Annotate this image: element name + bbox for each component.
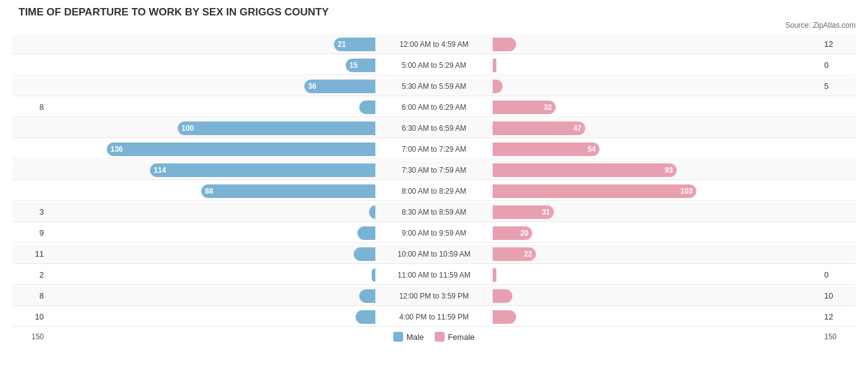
bars-wrapper: 21 12:00 AM to 4:59 AM — [46, 35, 822, 54]
right-value: 10 — [822, 291, 856, 300]
male-bar-wrap — [357, 226, 375, 240]
bars-wrapper: 15 5:00 AM to 5:29 AM — [46, 56, 822, 75]
male-bar — [357, 226, 375, 240]
male-bar-label: 136 — [111, 145, 123, 154]
time-label: 10:00 AM to 10:59 AM — [378, 250, 490, 258]
bars-wrapper: 8:30 AM to 8:59 AM 31 — [46, 202, 822, 221]
male-bar-wrap: 21 — [334, 38, 375, 51]
female-bar-wrap — [493, 310, 516, 324]
female-bar: 103 — [493, 184, 696, 198]
chart-row: 15 5:00 AM to 5:29 AM 0 — [12, 56, 856, 75]
time-label: 12:00 AM to 4:59 AM — [378, 40, 490, 49]
chart-row: 114 7:30 AM to 7:59 AM 93 — [12, 160, 856, 180]
bars-wrapper: 36 5:30 AM to 5:59 AM — [46, 76, 822, 96]
female-bar — [493, 310, 516, 324]
left-value: 2 — [12, 270, 46, 279]
bars-wrapper: 136 7:00 AM to 7:29 AM 54 — [46, 139, 822, 159]
right-value: 12 — [822, 39, 856, 49]
chart-row: 136 7:00 AM to 7:29 AM 54 — [12, 139, 856, 159]
female-bar: 54 — [493, 142, 599, 156]
chart-row: 11 10:00 AM to 10:59 AM 22 — [12, 244, 856, 264]
time-label: 8:00 AM to 8:29 AM — [378, 187, 490, 196]
female-bar — [493, 38, 516, 51]
time-label: 9:00 AM to 9:59 AM — [378, 229, 490, 237]
male-bar — [372, 268, 375, 282]
female-bar-label: 54 — [588, 145, 596, 154]
male-bar-wrap: 15 — [346, 59, 375, 72]
female-bar: 47 — [493, 122, 585, 135]
bar-container: 15 5:00 AM to 5:29 AM — [46, 56, 822, 75]
legend-female-label: Female — [448, 332, 474, 342]
male-bar-label: 114 — [154, 166, 166, 175]
time-label: 12:00 PM to 3:59 PM — [378, 292, 490, 300]
right-value: 5 — [822, 81, 856, 91]
bar-container: 12:00 PM to 3:59 PM — [46, 286, 822, 305]
time-label: 5:30 AM to 5:59 AM — [378, 82, 490, 91]
legend: Male Female — [393, 332, 475, 342]
female-bar-label: 22 — [524, 250, 532, 258]
bars-wrapper: 114 7:30 AM to 7:59 AM 93 — [46, 160, 822, 179]
legend-male-label: Male — [406, 332, 424, 342]
source-label: Source: ZipAtlas.com — [12, 21, 856, 30]
bar-container: 10:00 AM to 10:59 AM 22 — [46, 244, 822, 263]
male-bar: 15 — [346, 59, 375, 72]
female-bar-wrap: 47 — [493, 122, 585, 135]
male-bar-label: 21 — [338, 40, 346, 49]
female-bar-label: 20 — [520, 229, 528, 237]
male-bar-label: 88 — [205, 187, 213, 196]
bars-wrapper: 12:00 PM to 3:59 PM — [46, 286, 822, 305]
male-bar-wrap — [354, 247, 375, 261]
female-bar-wrap: 20 — [493, 226, 532, 240]
female-bar — [493, 268, 496, 282]
bar-container: 88 8:00 AM to 8:29 AM 103 — [46, 181, 822, 200]
male-bar-label: 100 — [182, 124, 194, 133]
left-value: 10 — [12, 312, 46, 321]
female-bar-wrap: 22 — [493, 247, 536, 261]
right-value: 0 — [822, 270, 856, 279]
male-bar-wrap: 136 — [107, 142, 375, 156]
bar-container: 6:00 AM to 6:29 AM 32 — [46, 97, 822, 117]
chart-area: 21 12:00 AM to 4:59 AM 12 15 — [12, 35, 856, 327]
male-bar: 114 — [150, 163, 375, 177]
bar-container: 114 7:30 AM to 7:59 AM 93 — [46, 160, 822, 179]
female-bar-label: 32 — [544, 103, 552, 112]
time-label: 7:00 AM to 7:29 AM — [378, 145, 490, 154]
male-bar-wrap — [369, 205, 375, 219]
left-value: 8 — [12, 291, 46, 300]
chart-row: 88 8:00 AM to 8:29 AM 103 — [12, 181, 856, 201]
chart-title: TIME OF DEPARTURE TO WORK BY SEX IN GRIG… — [12, 6, 856, 19]
female-bar-wrap: 103 — [493, 184, 696, 198]
bar-container: 4:00 PM to 11:59 PM — [46, 307, 822, 326]
male-bar-wrap — [359, 101, 375, 114]
female-bar-wrap: 31 — [493, 205, 554, 219]
axis-right-label: 150 — [822, 332, 856, 341]
chart-row: 10 4:00 PM to 11:59 PM 12 — [12, 307, 856, 327]
female-bar — [493, 289, 512, 303]
axis-left-label: 150 — [12, 332, 46, 341]
male-bar — [356, 310, 375, 324]
male-bar: 36 — [304, 80, 375, 93]
female-bar: 22 — [493, 247, 536, 261]
male-bar — [359, 289, 375, 303]
bars-wrapper: 9:00 AM to 9:59 AM 20 — [46, 223, 822, 242]
female-bar: 31 — [493, 205, 554, 219]
female-bar — [493, 80, 503, 93]
chart-row: 100 6:30 AM to 6:59 AM 47 — [12, 118, 856, 138]
male-bar-label: 36 — [308, 82, 316, 91]
time-label: 8:30 AM to 8:59 AM — [378, 208, 490, 216]
female-bar-wrap — [493, 80, 503, 93]
female-bar-label: 103 — [680, 187, 693, 196]
right-value: 12 — [822, 312, 856, 321]
right-value: 0 — [822, 60, 856, 70]
chart-row: 21 12:00 AM to 4:59 AM 12 — [12, 35, 856, 54]
bars-wrapper: 11:00 AM to 11:59 AM — [46, 265, 822, 284]
female-bar-wrap — [493, 289, 512, 303]
male-bar — [369, 205, 375, 219]
chart-row: 3 8:30 AM to 8:59 AM 31 — [12, 202, 856, 222]
time-label: 5:00 AM to 5:29 AM — [378, 61, 490, 70]
female-bar — [493, 59, 496, 72]
male-bar — [359, 101, 375, 114]
female-bar-label: 31 — [542, 208, 550, 216]
bars-wrapper: 88 8:00 AM to 8:29 AM 103 — [46, 181, 822, 200]
bars-wrapper: 10:00 AM to 10:59 AM 22 — [46, 244, 822, 263]
